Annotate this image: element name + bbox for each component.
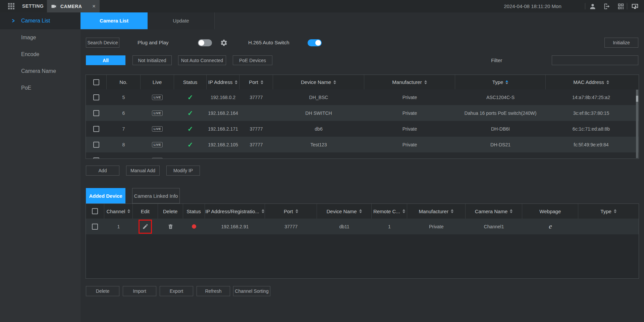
sidebar-item-encode[interactable]: Encode xyxy=(0,46,80,63)
added-table-header: Channel Edit Delete Status IP Address/Re… xyxy=(86,204,639,219)
col-ip-address[interactable]: IP Address xyxy=(207,75,239,89)
live-badge[interactable]: LIVE xyxy=(152,158,163,159)
tab-added-device[interactable]: Added Device xyxy=(86,188,125,203)
tab-camera-linked-info[interactable]: Camera Linked Info xyxy=(132,188,180,203)
import-button[interactable]: Import xyxy=(123,286,156,296)
filter-not-auto-connected-button[interactable]: Not Auto Connected xyxy=(178,55,226,65)
filter-input[interactable] xyxy=(552,55,638,65)
col-mac-address[interactable]: MAC Address xyxy=(546,75,637,89)
close-icon[interactable] xyxy=(92,3,96,9)
sort-arrows-icon xyxy=(510,209,513,213)
col-device-name[interactable]: Device Name xyxy=(273,75,364,89)
col-manufacturer[interactable]: Manufacturer xyxy=(364,75,455,89)
row-checkbox[interactable] xyxy=(93,157,99,159)
select-all-checkbox[interactable] xyxy=(92,208,98,214)
filter-poe-devices-button[interactable]: PoE Devices xyxy=(233,55,272,65)
filter-all-button[interactable]: All xyxy=(86,55,125,65)
initialize-button[interactable]: Initialize xyxy=(604,38,638,48)
plug-and-play-label: Plug and Play xyxy=(138,38,169,48)
table-row[interactable]: 8 LIVE 192.168.2.105 37777 Test123 Priva… xyxy=(86,137,639,152)
col-camera-name[interactable]: Camera Name xyxy=(466,204,523,219)
divider xyxy=(585,3,585,9)
col-channel[interactable]: Channel xyxy=(104,204,133,219)
tab-update[interactable]: Update xyxy=(148,12,215,29)
status-connected-icon xyxy=(187,141,193,149)
apps-grid-icon[interactable] xyxy=(8,3,14,9)
top-bar: SETTING CAMERA 2024-04-08 18:11:20 Mon xyxy=(0,0,644,12)
sort-arrows-icon xyxy=(359,209,362,213)
col-ip-registration[interactable]: IP Address/Registratio... xyxy=(205,204,265,219)
h265-auto-switch-label: H.265 Auto Switch xyxy=(248,38,289,48)
filter-label: Filter xyxy=(491,55,502,65)
table-row[interactable]: 6 LIVE 192.168.2.164 DH SWITCH Private D… xyxy=(86,105,639,121)
status-connected-icon xyxy=(187,125,193,133)
sidebar-item-poe[interactable]: PoE xyxy=(0,80,80,96)
live-badge[interactable]: LIVE xyxy=(152,126,163,132)
logout-icon[interactable] xyxy=(603,3,610,10)
sort-arrows-icon xyxy=(451,209,453,213)
add-button[interactable]: Add xyxy=(86,166,119,176)
col-delete: Delete xyxy=(158,204,183,219)
scrollbar-thumb[interactable] xyxy=(636,96,638,102)
table-row[interactable]: 5 LIVE 192.168.0.2 37777 DH_BSC Private … xyxy=(86,89,639,105)
col-device-name[interactable]: Device Name xyxy=(317,204,372,219)
row-checkbox[interactable] xyxy=(93,110,99,116)
qrcode-icon[interactable] xyxy=(617,3,625,10)
row-checkbox[interactable] xyxy=(93,142,99,148)
sidebar-item-camera-name[interactable]: Camera Name xyxy=(0,63,80,80)
sort-arrows-icon xyxy=(424,80,427,84)
table-scrollbar[interactable] xyxy=(636,90,638,158)
col-webpage: Webpage xyxy=(522,204,578,219)
sidebar-item-camera-list[interactable]: > Camera List xyxy=(0,12,80,29)
col-port[interactable]: Port xyxy=(239,75,273,89)
status-connected-icon xyxy=(187,93,193,101)
row-checkbox[interactable] xyxy=(92,224,98,230)
manual-add-button[interactable]: Manual Add xyxy=(126,166,160,176)
plug-and-play-toggle[interactable] xyxy=(198,39,212,46)
col-type[interactable]: Type xyxy=(455,75,546,89)
export-button[interactable]: Export xyxy=(160,286,193,296)
live-badge[interactable]: LIVE xyxy=(152,142,163,147)
row-checkbox[interactable] xyxy=(93,94,99,100)
sidebar: > Camera List Image Encode Camera Name P… xyxy=(0,12,80,322)
channel-sorting-button[interactable]: Channel Sorting xyxy=(233,286,270,296)
select-all-checkbox[interactable] xyxy=(93,79,99,85)
delete-icon[interactable] xyxy=(167,223,174,230)
status-connected-icon xyxy=(187,109,193,117)
h265-auto-switch-toggle[interactable] xyxy=(308,39,322,46)
tab-camera[interactable]: CAMERA xyxy=(47,0,100,12)
sort-arrows-icon xyxy=(262,209,264,213)
refresh-button[interactable]: Refresh xyxy=(197,286,230,296)
added-device-table: Channel Edit Delete Status IP Address/Re… xyxy=(86,203,639,279)
delete-button[interactable]: Delete xyxy=(86,286,119,296)
gear-icon[interactable] xyxy=(220,39,228,47)
row-checkbox[interactable] xyxy=(93,126,99,132)
device-table-header: No. Live Status IP Address Port Device N… xyxy=(86,75,639,89)
tab-camera-list[interactable]: Camera List xyxy=(80,12,148,29)
sort-arrows-icon xyxy=(235,80,237,84)
sort-arrows-icon xyxy=(505,80,508,84)
col-remote-channel[interactable]: Remote C... xyxy=(372,204,407,219)
sidebar-item-image[interactable]: Image xyxy=(0,29,80,46)
live-badge[interactable]: LIVE xyxy=(152,95,163,100)
edit-icon[interactable] xyxy=(142,223,149,230)
col-port[interactable]: Port xyxy=(265,204,317,219)
edit-highlight-box xyxy=(139,220,152,234)
table-row[interactable]: 7 LIVE 192.168.2.171 37777 db6 Private D… xyxy=(86,121,639,137)
col-type[interactable]: Type xyxy=(578,204,639,219)
sort-arrows-icon xyxy=(127,209,130,213)
col-manufacturer[interactable]: Manufacturer xyxy=(407,204,466,219)
webpage-icon[interactable]: e xyxy=(549,223,552,230)
monitor-icon[interactable] xyxy=(631,3,639,10)
sort-arrows-icon xyxy=(606,80,609,84)
table-row[interactable]: 1 192.168.2.91 37777 db11 1 Private Chan… xyxy=(86,219,639,234)
live-badge[interactable]: LIVE xyxy=(152,110,163,116)
sort-arrows-icon xyxy=(402,209,405,213)
sort-arrows-icon xyxy=(261,80,263,84)
user-icon[interactable] xyxy=(589,3,596,10)
filter-not-initialized-button[interactable]: Not Initialized xyxy=(132,55,172,65)
setting-label: SETTING xyxy=(22,0,44,12)
modify-ip-button[interactable]: Modify IP xyxy=(166,166,200,176)
search-device-button[interactable]: Search Device xyxy=(86,38,119,48)
col-edit: Edit xyxy=(133,204,158,219)
